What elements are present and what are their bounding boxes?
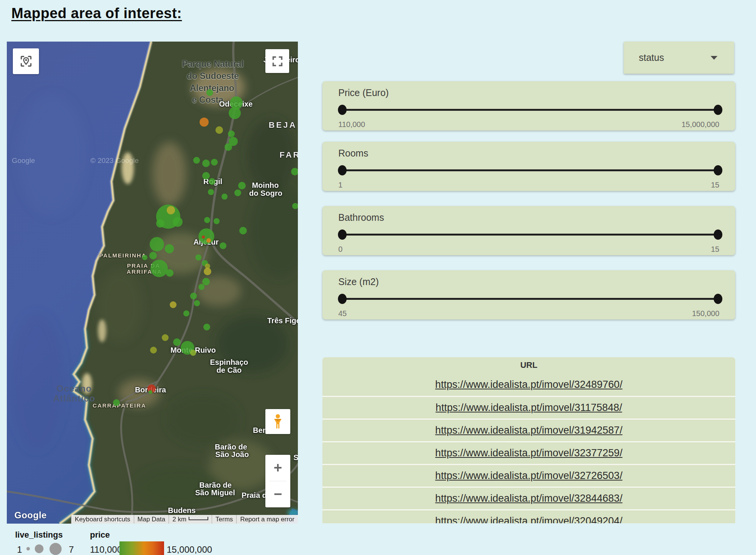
map-canvas[interactable]: Parque Naturaldo SudoesteAlentejanoe Cos… — [7, 42, 298, 524]
zoom-out-button[interactable]: − — [265, 481, 290, 507]
listing-marker[interactable] — [214, 218, 220, 224]
listing-marker[interactable] — [203, 324, 210, 330]
rooms-slider-handle-min[interactable] — [338, 165, 347, 175]
listing-marker[interactable] — [200, 118, 209, 127]
listing-marker[interactable] — [149, 390, 152, 394]
size-slider-track[interactable] — [342, 298, 718, 300]
size-slider-handle-min[interactable] — [338, 294, 347, 304]
zoom-control: + − — [265, 455, 290, 507]
color-legend-min: 110,000 — [90, 544, 122, 555]
size-legend-min: 1 — [17, 544, 22, 555]
listing-marker[interactable] — [194, 300, 200, 306]
listing-marker[interactable] — [166, 269, 174, 277]
status-dropdown[interactable]: status — [624, 42, 734, 74]
listing-marker[interactable] — [198, 228, 214, 244]
size-slider-handle-max[interactable] — [714, 294, 722, 304]
listing-marker[interactable] — [150, 347, 157, 353]
listing-marker[interactable] — [165, 244, 174, 253]
listing-marker[interactable] — [211, 159, 218, 166]
listing-marker[interactable] — [204, 268, 211, 275]
fullscreen-button[interactable] — [265, 49, 289, 73]
listing-url-link[interactable]: https://www.idealista.pt/imovel/31942587… — [435, 425, 622, 436]
listing-marker[interactable] — [156, 219, 164, 228]
locate-pin-icon — [19, 54, 33, 68]
listing-marker[interactable] — [202, 236, 205, 239]
attribution-report-a-map-error[interactable]: Report a map error — [236, 515, 298, 524]
listing-url-link[interactable]: https://www.idealista.pt/imovel/31175848… — [435, 402, 622, 414]
attribution-terms[interactable]: Terms — [212, 515, 236, 524]
url-table-row: https://www.idealista.pt/imovel/31942587… — [322, 419, 735, 441]
chevron-down-icon — [711, 56, 717, 60]
listing-marker[interactable] — [162, 334, 169, 341]
color-legend-max: 15,000,000 — [167, 544, 212, 555]
price-slider-track[interactable] — [342, 109, 718, 111]
listing-url-link[interactable]: https://www.idealista.pt/imovel/32049204… — [435, 515, 622, 523]
listing-marker[interactable] — [206, 89, 213, 96]
listing-marker[interactable] — [291, 168, 298, 175]
listing-marker[interactable] — [238, 182, 246, 189]
listing-marker[interactable] — [190, 350, 196, 356]
attribution-map-data: Map Data — [134, 515, 169, 524]
listing-marker[interactable] — [215, 126, 223, 134]
size-legend-dot-medium — [35, 544, 43, 553]
rooms-slider-handle-max[interactable] — [714, 165, 722, 175]
listing-url-link[interactable]: https://www.idealista.pt/imovel/32489760… — [435, 379, 622, 391]
map-scale-bar — [189, 517, 208, 520]
listing-url-link[interactable]: https://www.idealista.pt/imovel/32726503… — [435, 470, 622, 482]
price-slider-max-value: 15,000,000 — [682, 120, 719, 129]
rooms-slider-track[interactable] — [342, 169, 718, 171]
listing-marker[interactable] — [150, 237, 164, 251]
bathrooms-slider-track[interactable] — [342, 234, 718, 236]
listing-marker[interactable] — [202, 160, 210, 167]
zoom-in-button[interactable]: + — [265, 455, 290, 481]
listing-marker[interactable] — [208, 189, 214, 195]
color-legend-title: price — [90, 530, 110, 540]
listing-marker[interactable] — [204, 217, 210, 223]
listing-marker[interactable] — [167, 206, 175, 214]
bathrooms-slider-handle-max[interactable] — [714, 229, 722, 240]
listing-marker[interactable] — [173, 217, 183, 227]
url-table-row: https://www.idealista.pt/imovel/32844683… — [322, 487, 735, 509]
url-table-row: https://www.idealista.pt/imovel/32489760… — [322, 373, 735, 396]
listing-marker[interactable] — [183, 310, 189, 316]
listing-marker[interactable] — [173, 338, 181, 346]
listing-marker[interactable] — [202, 172, 210, 180]
bathrooms-slider-label: Bathrooms — [338, 212, 384, 223]
listing-marker[interactable] — [234, 189, 241, 196]
url-table-header: URL — [322, 357, 735, 373]
listing-marker[interactable] — [170, 301, 177, 308]
listing-marker[interactable] — [195, 254, 201, 260]
listing-marker[interactable] — [209, 178, 215, 185]
listing-marker[interactable] — [229, 107, 241, 119]
attribution-keyboard-shortcuts[interactable]: Keyboard shortcuts — [71, 515, 133, 524]
listing-url-link[interactable]: https://www.idealista.pt/imovel/32844683… — [435, 493, 622, 504]
listing-marker[interactable] — [149, 252, 157, 259]
listing-marker[interactable] — [206, 238, 211, 243]
listing-marker[interactable] — [113, 399, 120, 406]
listing-marker[interactable] — [193, 157, 200, 164]
listing-marker[interactable] — [150, 260, 168, 277]
rooms-slider-max-value: 15 — [711, 181, 719, 189]
locate-area-button[interactable] — [13, 48, 39, 74]
size-slider-max-value: 150,000 — [692, 309, 719, 318]
listing-marker[interactable] — [228, 130, 235, 137]
listing-marker[interactable] — [239, 227, 247, 234]
listing-marker[interactable] — [292, 203, 298, 209]
url-results-table: URL https://www.idealista.pt/imovel/3248… — [322, 357, 735, 523]
listing-marker[interactable] — [225, 143, 232, 151]
rooms-slider-label: Rooms — [338, 148, 368, 159]
listing-marker[interactable] — [222, 194, 228, 200]
listing-url-link[interactable]: https://www.idealista.pt/imovel/32377259… — [435, 447, 622, 459]
price-slider-handle-max[interactable] — [714, 105, 722, 115]
listing-marker[interactable] — [198, 284, 204, 290]
app-root: Mapped area of interest: — [0, 0, 756, 555]
bathrooms-slider-handle-min[interactable] — [338, 229, 347, 240]
url-table-row: https://www.idealista.pt/imovel/31175848… — [322, 396, 735, 419]
bathrooms-slider-max-value: 15 — [711, 245, 719, 254]
pegman-button[interactable] — [265, 409, 290, 434]
price-slider-handle-min[interactable] — [338, 105, 347, 115]
price-slider-min-value: 110,000 — [338, 120, 365, 129]
listing-marker[interactable] — [142, 255, 147, 260]
listing-marker[interactable] — [190, 293, 197, 299]
listing-marker[interactable] — [220, 242, 226, 249]
